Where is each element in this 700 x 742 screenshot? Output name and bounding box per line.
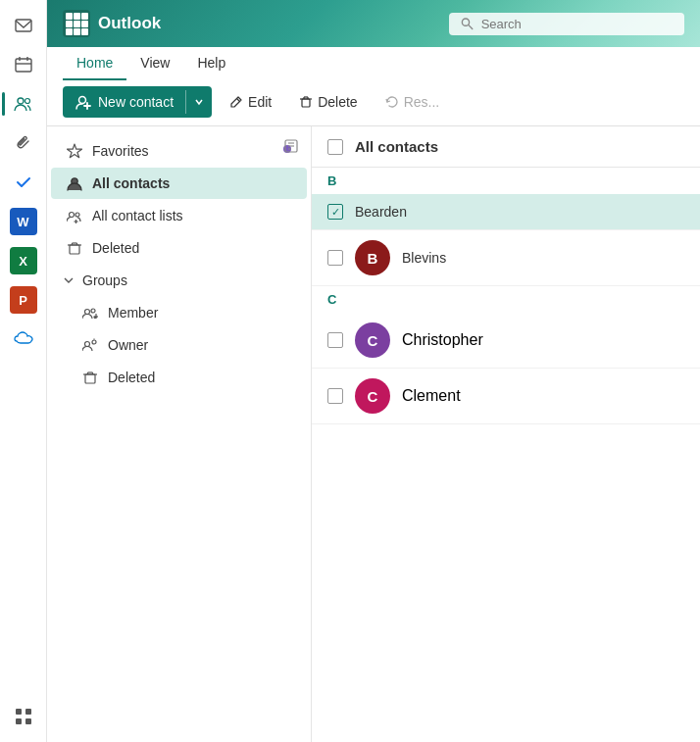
new-contact-dropdown[interactable] (185, 90, 212, 114)
contact-clement[interactable]: C Clement (312, 369, 700, 424)
svg-line-16 (237, 99, 240, 102)
svg-point-13 (79, 97, 86, 104)
edit-label: Edit (248, 94, 272, 110)
svg-rect-32 (70, 245, 79, 254)
christopher-name: Christopher (402, 331, 483, 349)
clement-checkbox[interactable] (327, 388, 343, 404)
select-all-checkbox[interactable] (327, 139, 343, 155)
word-nav-item[interactable]: W (6, 204, 41, 239)
people-nav-item[interactable] (6, 86, 41, 122)
favorites-icon (67, 143, 82, 159)
owner-label: Owner (108, 337, 148, 353)
restore-icon (385, 95, 399, 109)
groups-header[interactable]: Groups (47, 265, 311, 296)
mail-nav-item[interactable] (6, 8, 41, 43)
svg-marker-26 (68, 144, 82, 158)
delete-icon (299, 95, 313, 109)
blevins-name: Blevins (402, 250, 446, 266)
bearden-name: Bearden (355, 204, 407, 220)
onedrive-nav-item[interactable] (6, 322, 41, 357)
app-logo: Outlook (63, 10, 161, 37)
contact-bearden[interactable]: ✓ Bearden (312, 194, 700, 230)
svg-rect-8 (25, 709, 31, 715)
svg-point-28 (70, 213, 75, 218)
svg-point-5 (18, 98, 24, 104)
sidebar-item-deleted[interactable]: Deleted (51, 232, 307, 264)
svg-rect-17 (302, 99, 310, 107)
delete-button[interactable]: Delete (289, 88, 367, 116)
content-area: Favorites All contacts (47, 126, 700, 742)
tab-help[interactable]: Help (183, 47, 239, 80)
section-b: B (312, 168, 700, 194)
sidebar-item-group-deleted[interactable]: Deleted (51, 362, 307, 393)
word-icon: W (10, 208, 37, 235)
svg-rect-43 (85, 374, 95, 383)
sidebar-item-contact-lists[interactable]: All contact lists (51, 200, 307, 231)
member-label: Member (108, 305, 158, 321)
member-icon (82, 305, 98, 321)
search-bar[interactable] (449, 13, 684, 35)
sidebar: Favorites All contacts (47, 126, 312, 742)
ribbon: Home View Help New contact (47, 47, 700, 126)
bearden-checkbox[interactable]: ✓ (327, 204, 343, 220)
calendar-nav-item[interactable] (6, 47, 41, 82)
clement-name: Clement (402, 387, 461, 405)
new-contact-main[interactable]: New contact (63, 86, 185, 118)
sidebar-item-favorites[interactable]: Favorites (51, 135, 307, 167)
expand-icon (284, 139, 298, 153)
svg-rect-0 (16, 20, 31, 31)
contacts-list-header: All contacts (312, 126, 700, 168)
christopher-checkbox[interactable] (327, 332, 343, 348)
delete-label: Delete (318, 94, 357, 110)
sidebar-item-member[interactable]: Member (51, 297, 307, 328)
dropdown-chevron-icon (194, 97, 204, 107)
app-logo-icon (63, 10, 90, 37)
section-c: C (312, 286, 700, 313)
tasks-nav-item[interactable] (6, 165, 41, 200)
main-area: Outlook Home View Help (47, 0, 700, 742)
groups-chevron-icon (63, 274, 75, 286)
christopher-avatar: C (355, 322, 390, 358)
excel-nav-item[interactable]: X (6, 243, 41, 278)
powerpoint-nav-item[interactable]: P (6, 282, 41, 318)
expand-sidebar-button[interactable] (279, 134, 303, 158)
icon-rail: W X P (0, 0, 47, 742)
new-contact-label: New contact (98, 94, 174, 110)
tab-home[interactable]: Home (63, 47, 126, 80)
new-contact-icon (75, 93, 92, 111)
svg-point-29 (75, 213, 79, 217)
contacts-list-title: All contacts (355, 138, 438, 155)
search-icon (461, 17, 474, 30)
sidebar-item-owner[interactable]: Owner (51, 329, 307, 361)
app-name: Outlook (98, 14, 161, 33)
svg-rect-9 (16, 718, 22, 724)
paperclip-nav-item[interactable] (6, 125, 41, 161)
restore-button[interactable]: Res... (375, 88, 450, 116)
svg-point-38 (91, 309, 95, 313)
apps-nav-item[interactable] (6, 699, 41, 734)
deleted-icon (67, 240, 82, 256)
svg-rect-7 (16, 709, 22, 715)
contact-lists-icon (67, 208, 82, 223)
sidebar-item-all-contacts[interactable]: All contacts (51, 168, 307, 199)
groups-label: Groups (82, 272, 127, 288)
blevins-checkbox[interactable] (327, 250, 343, 266)
contact-christopher[interactable]: C Christopher (312, 313, 700, 369)
powerpoint-icon: P (10, 286, 37, 314)
svg-point-37 (85, 310, 90, 315)
owner-icon (82, 337, 98, 353)
tab-view[interactable]: View (126, 47, 183, 80)
all-contacts-label: All contacts (92, 175, 170, 191)
svg-rect-10 (25, 718, 31, 724)
new-contact-button[interactable]: New contact (63, 86, 212, 118)
search-input[interactable] (481, 17, 673, 31)
svg-point-42 (92, 340, 96, 344)
edit-button[interactable]: Edit (220, 88, 281, 116)
favorites-label: Favorites (92, 143, 149, 159)
svg-point-41 (85, 342, 90, 347)
clement-avatar: C (355, 378, 390, 414)
contact-blevins[interactable]: B Blevins (312, 230, 700, 286)
svg-rect-1 (16, 59, 31, 72)
edit-icon (229, 95, 243, 109)
group-deleted-icon (82, 370, 98, 385)
